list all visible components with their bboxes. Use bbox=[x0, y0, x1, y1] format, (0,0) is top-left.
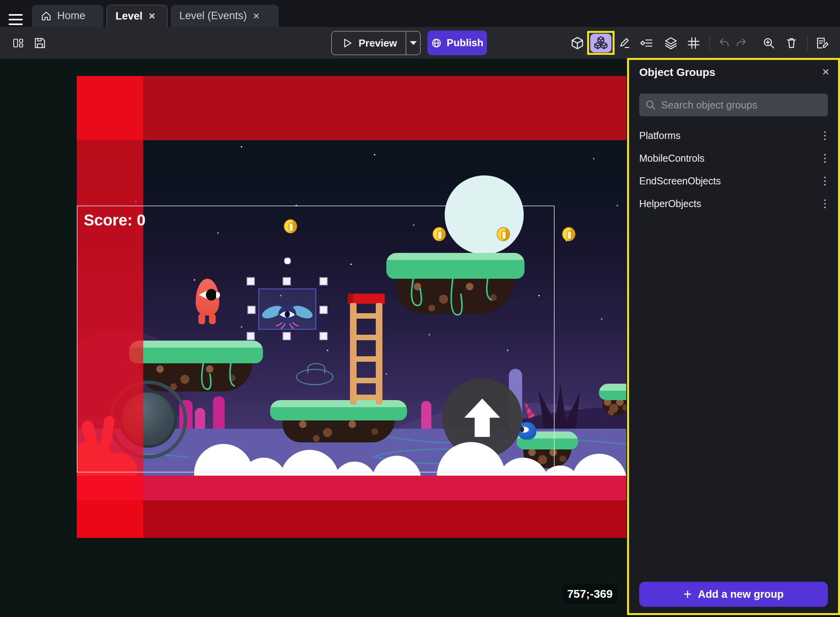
rotate-handle[interactable] bbox=[284, 258, 291, 264]
group-name: EndScreenObjects bbox=[639, 175, 721, 187]
delete-button[interactable] bbox=[781, 27, 802, 59]
save-icon bbox=[33, 36, 47, 50]
resize-handle-right[interactable] bbox=[319, 306, 328, 314]
list-item[interactable]: MobileControls ⋮ bbox=[629, 147, 838, 170]
app-window: Home Level × Level (Events) × Preview bbox=[0, 0, 840, 617]
preview-options-dropdown[interactable] bbox=[406, 40, 420, 46]
kebab-menu-icon[interactable]: ⋮ bbox=[820, 197, 830, 210]
game-scene: Score: 0 bbox=[77, 76, 626, 538]
tab-level-events-label: Level (Events) bbox=[179, 10, 247, 22]
object-groups-panel: Object Groups × Platforms ⋮ MobileContro… bbox=[627, 58, 840, 615]
add-new-group-label: Add a new group bbox=[698, 588, 784, 601]
group-name: HelperObjects bbox=[639, 198, 701, 209]
notepad-edit-icon bbox=[815, 36, 829, 50]
preview-button[interactable]: Preview bbox=[331, 31, 421, 55]
search-input[interactable] bbox=[661, 99, 822, 111]
kebab-menu-icon[interactable]: ⋮ bbox=[820, 175, 830, 187]
open-object-groups-panel-button[interactable] bbox=[587, 31, 615, 55]
bottom-pink-band bbox=[77, 476, 626, 500]
preview-label: Preview bbox=[359, 37, 397, 49]
plus-icon: + bbox=[683, 587, 692, 601]
close-tab-icon[interactable]: × bbox=[252, 10, 260, 22]
list-item[interactable]: EndScreenObjects ⋮ bbox=[629, 170, 838, 192]
tab-level-label: Level bbox=[115, 10, 142, 22]
zoom-in-icon bbox=[762, 36, 775, 50]
instances-list-icon bbox=[640, 36, 654, 50]
cursor-coordinates-badge: 757;-369 bbox=[562, 584, 617, 604]
home-icon bbox=[41, 11, 52, 22]
bottom-red-band bbox=[77, 500, 626, 538]
close-tab-icon[interactable]: × bbox=[148, 10, 156, 22]
edit-scene-properties-button[interactable] bbox=[615, 27, 635, 59]
camera-border bbox=[77, 206, 555, 473]
undo-icon bbox=[717, 36, 731, 50]
toggle-grid-button[interactable] bbox=[683, 27, 704, 59]
list-item[interactable]: HelperObjects ⋮ bbox=[629, 192, 838, 215]
tab-home-label: Home bbox=[57, 10, 85, 22]
search-icon bbox=[645, 100, 656, 110]
resize-handle-left[interactable] bbox=[247, 306, 256, 314]
object-group-list: Platforms ⋮ MobileControls ⋮ EndScreenOb… bbox=[629, 124, 838, 215]
play-icon bbox=[341, 37, 353, 49]
kebab-menu-icon[interactable]: ⋮ bbox=[820, 129, 830, 142]
search-bar[interactable] bbox=[639, 94, 828, 116]
open-layers-panel-button[interactable] bbox=[661, 27, 681, 59]
tab-home[interactable]: Home bbox=[32, 5, 103, 27]
resize-handle-top-left[interactable] bbox=[247, 277, 255, 285]
resize-handle-bottom[interactable] bbox=[283, 332, 291, 340]
close-panel-icon[interactable]: × bbox=[822, 65, 829, 79]
selected-tool-highlight bbox=[590, 34, 611, 52]
add-new-group-button[interactable]: + Add a new group bbox=[639, 582, 828, 607]
resize-handle-bottom-right[interactable] bbox=[319, 332, 328, 340]
objects-cube-icon bbox=[570, 35, 584, 51]
top-red-band bbox=[77, 76, 626, 140]
trash-icon bbox=[785, 36, 798, 50]
platform-island[interactable] bbox=[599, 384, 626, 416]
tab-level-events[interactable]: Level (Events) × bbox=[171, 5, 279, 27]
open-projects-panel-button[interactable] bbox=[8, 27, 28, 59]
edit-scene-notes-button[interactable] bbox=[812, 27, 832, 59]
open-instances-list-button[interactable] bbox=[636, 27, 657, 59]
project-manager-icon bbox=[12, 37, 24, 49]
publish-label: Publish bbox=[447, 37, 483, 49]
group-name: MobileControls bbox=[639, 153, 705, 164]
chevron-down-icon bbox=[409, 40, 418, 46]
open-objects-panel-button[interactable] bbox=[567, 27, 588, 59]
group-name: Platforms bbox=[639, 130, 681, 141]
resize-handle-top[interactable] bbox=[283, 277, 291, 285]
resize-handle-top-right[interactable] bbox=[319, 277, 328, 285]
object-groups-icon bbox=[593, 35, 609, 51]
editor-toolbar: Preview Publish bbox=[0, 27, 840, 59]
list-item[interactable]: Platforms ⋮ bbox=[629, 124, 838, 147]
kebab-menu-icon[interactable]: ⋮ bbox=[820, 152, 830, 164]
hamburger-menu-icon[interactable] bbox=[9, 14, 23, 25]
pencil-icon bbox=[618, 36, 631, 50]
globe-icon bbox=[431, 38, 442, 49]
panel-title: Object Groups bbox=[639, 66, 715, 79]
save-button[interactable] bbox=[30, 27, 50, 59]
redo-icon bbox=[735, 36, 748, 50]
redo-button[interactable] bbox=[731, 27, 752, 59]
publish-button[interactable]: Publish bbox=[427, 31, 487, 55]
zoom-button[interactable] bbox=[759, 27, 779, 59]
score-text: Score: 0 bbox=[84, 211, 146, 229]
resize-handle-bottom-left[interactable] bbox=[247, 332, 255, 340]
coin-object[interactable] bbox=[562, 227, 575, 241]
tab-level[interactable]: Level × bbox=[106, 5, 168, 27]
tab-bar: Home Level × Level (Events) × bbox=[0, 0, 840, 27]
layers-icon bbox=[664, 36, 678, 50]
grid-icon bbox=[687, 36, 701, 50]
